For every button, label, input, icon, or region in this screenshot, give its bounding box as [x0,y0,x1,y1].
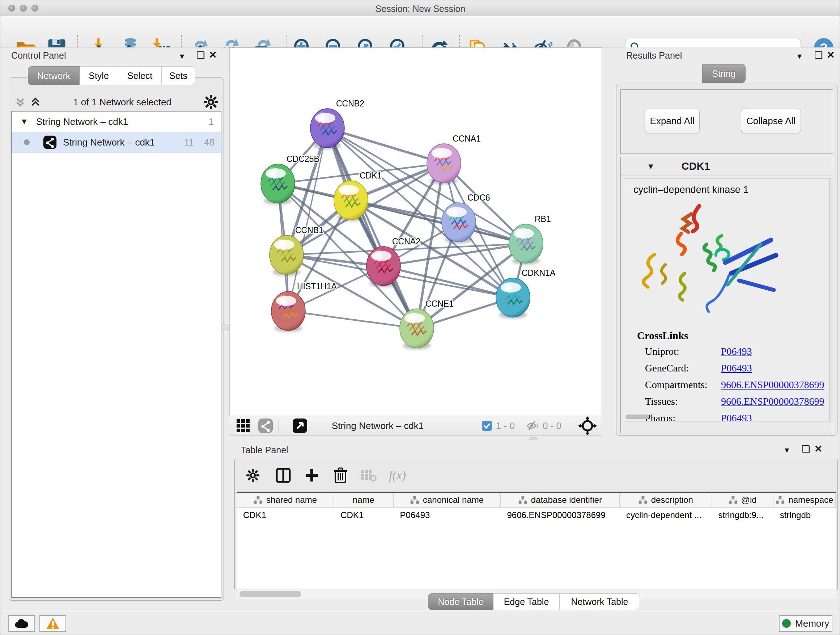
collapse-gene-icon[interactable]: ▼ [647,162,655,171]
network-icon [43,135,57,149]
network-status-dot [24,139,30,145]
panel-float-icon[interactable]: ❑ [196,50,205,60]
panel-menu-icon[interactable]: ▾ [797,52,802,60]
edge-HIST1H1A-CCNE1[interactable] [288,311,417,328]
table-gear-icon[interactable] [246,468,260,483]
column-header-shared-name[interactable]: shared name [237,493,334,507]
table-row[interactable]: CDK1CDK1P064939606.ENSP00000378699cyclin… [237,508,836,523]
column-header-description[interactable]: description [620,493,712,507]
panel-menu-icon[interactable]: ▾ [180,52,184,60]
crosslink-label: Pharos: [645,412,721,421]
column-header-canonical-name[interactable]: canonical name [393,493,501,507]
crosslink-value-link[interactable]: 9606.ENSP00000378699 [721,396,824,407]
cloud-button[interactable] [8,615,35,632]
crosslink-value-link[interactable]: P06493 [721,346,752,357]
node-RB1[interactable]: RB1 [509,214,551,264]
title-bar: Session: New Session [0,0,840,16]
results-panel-title: Results Panel [626,50,682,61]
memory-label: Memory [795,618,829,629]
crosslink-value-link[interactable]: P06493 [721,412,752,421]
node-CCNB1[interactable]: CCNB1 [270,226,324,276]
column-header-database-identifier[interactable]: database identifier [501,493,620,507]
panel-menu-icon[interactable]: ▾ [785,446,789,454]
table-cell[interactable]: 9606.ENSP00000378699 [500,508,620,523]
vertical-scrollbar[interactable] [831,178,833,421]
tree-expand-icon[interactable]: ▼ [20,117,28,126]
tab-edge-table[interactable]: Edge Table [493,593,560,610]
tab-node-table[interactable]: Node Table [428,593,493,610]
node-HIST1H1A[interactable]: HIST1H1A [271,282,337,332]
crosslink-label: GeneCard: [645,363,721,374]
selected-checkbox-icon[interactable] [482,420,493,431]
network-collection-row[interactable]: ▼ String Network – cdk1 1 [11,111,221,132]
node-count: 11 [184,137,194,148]
table-panel: Table Panel ▾ ❑ ✕ f(x) shared namenameca… [232,440,840,610]
crosslink-value-link[interactable]: 9606.ENSP00000378699 [721,379,824,391]
control-panel: Control Panel ▾ ❑ ✕ Network Style Select… [3,48,229,611]
edge-CCNB2-CCNA1[interactable] [327,128,444,163]
panel-close-icon[interactable]: ✕ [209,50,217,60]
hidden-eye-icon[interactable] [525,419,539,432]
table-cell[interactable]: stringdb:9... [712,508,773,523]
edge-CCNB2-CCNE1[interactable] [327,128,417,328]
crosslink-value-link[interactable]: P06493 [721,363,752,374]
expand-all-button[interactable]: Expand All [645,109,699,133]
open-view-icon[interactable] [292,418,308,434]
column-header--id[interactable]: @id [712,493,774,507]
tab-select[interactable]: Select [118,66,162,85]
column-header-namespace[interactable]: namespace [774,493,836,507]
node-CDKN1A[interactable]: CDKN1A [496,268,556,318]
delete-column-icon[interactable] [333,467,347,483]
horizontal-scrollbar[interactable] [625,415,649,419]
tab-string[interactable]: String [702,64,745,83]
table-cell[interactable]: CDK1 [334,508,393,523]
node-label-CCNA1: CCNA1 [453,134,481,143]
table-cell[interactable]: CDK1 [237,508,334,523]
table-cell[interactable]: P06493 [393,508,501,523]
add-column-icon[interactable] [304,468,319,483]
panel-close-icon[interactable]: ✕ [827,50,835,60]
table-cell[interactable]: cyclin-dependent ... [620,508,712,523]
table-hscrollbar-thumb[interactable] [240,591,301,597]
node-CCNA1[interactable]: CCNA1 [427,134,481,184]
column-type-icon [728,495,737,505]
collapse-all-icon[interactable] [14,96,27,108]
column-header-name[interactable]: name [334,493,393,507]
delete-table-icon [361,469,377,482]
control-panel-title: Control Panel [11,50,66,61]
expand-all-icon[interactable] [29,96,42,108]
column-type-icon [518,495,527,505]
table-header-row[interactable]: shared namenamecanonical namedatabase id… [237,492,836,508]
edge-CDK1-RB1[interactable] [351,200,526,244]
node-label-CDC25B: CDC25B [286,154,319,164]
crosslinks-title: CrossLinks [637,330,688,342]
tab-network-table[interactable]: Network Table [560,593,640,610]
panel-float-icon[interactable]: ❑ [814,50,823,60]
memory-status-dot [782,619,791,628]
network-overview-icon[interactable] [257,418,273,434]
network-view[interactable]: CCNB2CCNA1CDC25BCDK1CDC6RB1CCNB1CCNA2CDK… [229,48,602,416]
gear-icon[interactable] [203,94,219,110]
tab-style[interactable]: Style [80,66,118,85]
tab-sets[interactable]: Sets [162,66,195,85]
tab-network[interactable]: Network [28,66,80,85]
network-row[interactable]: String Network – cdk1 11 48 [11,132,221,153]
fit-crosshair-icon[interactable] [578,416,597,435]
panel-close-icon[interactable]: ✕ [814,444,823,454]
grid-view-icon[interactable] [235,418,251,434]
crosslink-label: Tissues: [645,396,721,407]
table-box: f(x) shared namenamecanonical namedataba… [234,459,838,591]
column-label: name [353,495,374,505]
gene-header[interactable]: ▼ CDK1 [621,157,833,176]
left-splitter-handle[interactable] [222,324,229,331]
column-type-icon [775,495,785,505]
columns-icon[interactable] [275,467,291,483]
memory-button[interactable]: Memory [779,615,832,632]
collapse-all-button[interactable]: Collapse All [741,109,801,133]
column-label: shared name [266,495,317,505]
table-cell[interactable]: stringdb [774,508,836,523]
node-CCNB2[interactable]: CCNB2 [310,99,364,149]
network-canvas[interactable]: CCNB2CCNA1CDC25BCDK1CDC6RB1CCNB1CCNA2CDK… [230,48,602,416]
warnings-button[interactable] [39,615,66,632]
panel-float-icon[interactable]: ❑ [802,444,810,454]
